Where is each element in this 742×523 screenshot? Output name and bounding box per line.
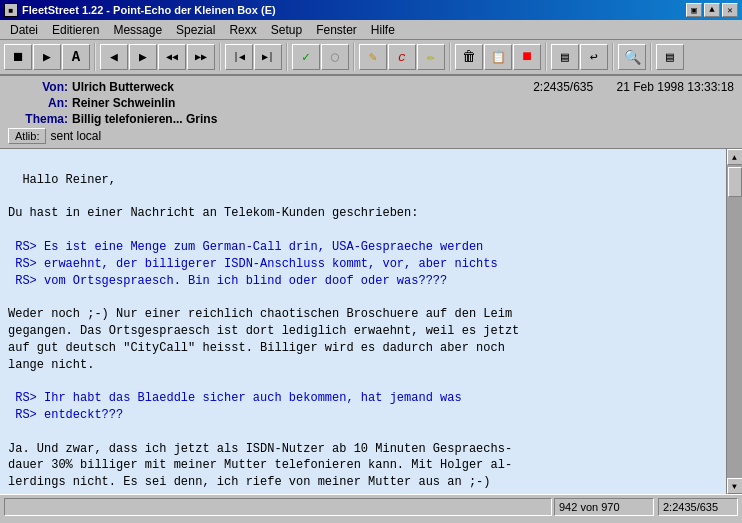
toolbar-next-button[interactable]: ▶ [129,44,157,70]
menu-rexx[interactable]: Rexx [223,21,262,39]
scrollbar: ▲ ▼ [726,149,742,494]
menu-fenster[interactable]: Fenster [310,21,363,39]
toolbar: ⏹ ▶ A ◀ ▶ ◀◀ ▶▶ |◀ ▶| ✓ ◯ ✎ c ✏ 🗑 📋 ■ ▤ … [0,40,742,76]
message-header: Von: Ulrich Butterweck 2:2435/635 21 Feb… [0,76,742,149]
scroll-up-button[interactable]: ▲ [727,149,743,165]
thema-label: Thema: [8,112,68,126]
toolbar-check-button[interactable]: ✓ [292,44,320,70]
title-bar: ■ FleetStreet 1.22 - Point-Echo der Klei… [0,0,742,20]
toolbar-write-button[interactable]: ✏ [417,44,445,70]
toolbar-first-msg-button[interactable]: |◀ [225,44,253,70]
app-icon[interactable]: ■ [4,3,18,17]
toolbar-circle-button[interactable]: ◯ [321,44,349,70]
toolbar-separator-1 [94,43,96,71]
toolbar-separator-8 [650,43,652,71]
toolbar-delete-button[interactable]: 🗑 [455,44,483,70]
toolbar-separator-4 [353,43,355,71]
toolbar-edit-button[interactable]: ✎ [359,44,387,70]
menu-message[interactable]: Message [107,21,168,39]
close-button[interactable]: ✕ [722,3,738,17]
toolbar-last-button[interactable]: ▶▶ [187,44,215,70]
message-body[interactable]: Hallo Reiner, Du hast in einer Nachricht… [0,149,726,494]
toolbar-split-button[interactable]: ▤ [551,44,579,70]
toolbar-separator-2 [219,43,221,71]
atlib-value: sent local [50,129,101,143]
toolbar-first-button[interactable]: ◀◀ [158,44,186,70]
toolbar-folder-button[interactable]: 📋 [484,44,512,70]
thema-value: Billig telefonieren... Grins [72,112,217,126]
message-container: Hallo Reiner, Du hast in einer Nachricht… [0,149,742,494]
toolbar-separator-7 [612,43,614,71]
scroll-thumb[interactable] [728,167,742,197]
window-controls: ▣ ▲ ✕ [686,3,738,17]
menu-setup[interactable]: Setup [265,21,308,39]
toolbar-prev-button[interactable]: ◀ [100,44,128,70]
window-title: FleetStreet 1.22 - Point-Echo der Kleine… [22,4,276,16]
toolbar-play-button[interactable]: ▶ [33,44,61,70]
status-left [4,498,552,516]
toolbar-copy-button[interactable]: c [388,44,416,70]
toolbar-separator-5 [449,43,451,71]
an-value: Reiner Schweinlin [72,96,175,110]
von-label: Von: [8,80,68,94]
menu-datei[interactable]: Datei [4,21,44,39]
minimize-button[interactable]: ▣ [686,3,702,17]
scroll-down-button[interactable]: ▼ [727,478,743,494]
toolbar-reply-button[interactable]: ↩ [580,44,608,70]
toolbar-last-msg-button[interactable]: ▶| [254,44,282,70]
toolbar-separator-6 [545,43,547,71]
toolbar-red-button[interactable]: ■ [513,44,541,70]
von-value: Ulrich Butterweck [72,80,174,94]
toolbar-stop-button[interactable]: ⏹ [4,44,32,70]
message-node: 2:2435/635 21 Feb 1998 13:33:18 [533,80,734,94]
menu-spezial[interactable]: Spezial [170,21,221,39]
menu-hilfe[interactable]: Hilfe [365,21,401,39]
menu-bar: Datei Editieren Message Spezial Rexx Set… [0,20,742,40]
menu-editieren[interactable]: Editieren [46,21,105,39]
an-label: An: [8,96,68,110]
status-right: 2:2435/635 [658,498,738,516]
toolbar-menu-button[interactable]: ▤ [656,44,684,70]
status-middle: 942 von 970 [554,498,654,516]
toolbar-search-button[interactable]: 🔍 [618,44,646,70]
scroll-track[interactable] [727,165,742,478]
atlib-button[interactable]: Atlib: [8,128,46,144]
maximize-button[interactable]: ▲ [704,3,720,17]
toolbar-font-button[interactable]: A [62,44,90,70]
toolbar-separator-3 [286,43,288,71]
status-bar: 942 von 970 2:2435/635 [0,494,742,518]
